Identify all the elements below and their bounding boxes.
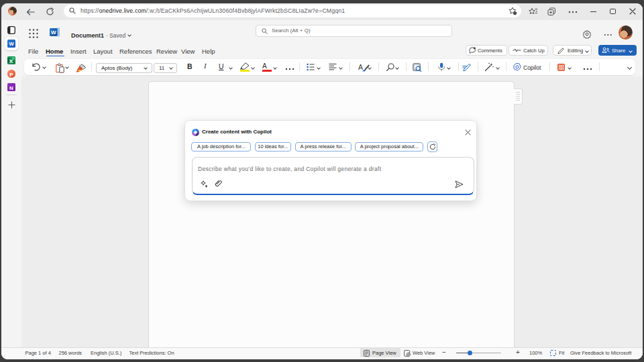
- svg-text:W: W: [51, 29, 56, 36]
- svg-text:N: N: [9, 84, 13, 90]
- svg-text:X: X: [9, 58, 13, 64]
- svg-text:W: W: [9, 41, 14, 47]
- svg-text:P: P: [9, 71, 13, 77]
